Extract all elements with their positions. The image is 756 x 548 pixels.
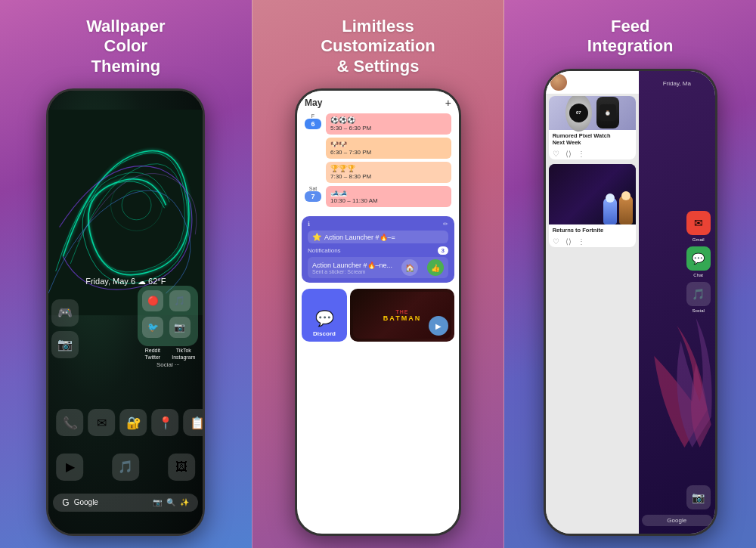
fortnite-article-actions: ♡ ⟨⟩ ⋮: [549, 236, 636, 247]
calendar-section: May + F 6 ⚽⚽⚽ 5:30 – 6:30 PM: [297, 91, 459, 213]
notif-reply-icon[interactable]: 👍: [427, 259, 444, 276]
cal-month: May: [305, 98, 322, 108]
google-label: Google: [74, 498, 149, 506]
panel-right: FeedIntegration 07: [504, 0, 756, 548]
phone-middle: May + F 6 ⚽⚽⚽ 5:30 – 6:30 PM: [295, 88, 461, 536]
social-app-icon[interactable]: 🎵: [686, 282, 711, 306]
left-side-apps: 🎮 📷: [51, 299, 79, 358]
share-icon[interactable]: ⟨⟩: [565, 150, 572, 158]
chat-app-icon[interactable]: 💬: [686, 246, 711, 271]
app-spotify[interactable]: 🎵: [112, 454, 139, 481]
notif-edit-icon: ✏: [443, 221, 448, 228]
home-indicator-middle: [359, 348, 397, 350]
like-icon[interactable]: ♡: [553, 150, 559, 158]
discord-card[interactable]: 💬 Discord: [302, 289, 347, 342]
cal-event-time-4: 10:30 – 11:30 AM: [330, 197, 447, 204]
cal-event-emoji-1: ⚽⚽⚽: [330, 116, 447, 124]
watch-1: 07: [565, 96, 592, 132]
notif-app-name: Action Launcher #🔥–=: [324, 234, 395, 241]
share-icon-2[interactable]: ⟨⟩: [565, 237, 572, 246]
gmail-label: Gmail: [692, 237, 705, 242]
feed-avatar: [550, 74, 567, 91]
fortnite-article-img: [549, 164, 636, 224]
right-screen: 07 ⌚ Rumored Pixel WatchNext Week ♡ ⟨⟩ ⋮: [546, 71, 715, 534]
fortnite-article-text: Returns to Fortnite: [549, 224, 636, 236]
more-icon-2[interactable]: ⋮: [578, 237, 585, 246]
batman-text: THE BATMAN: [383, 309, 421, 322]
app-label-tiktok: TikTok: [169, 348, 198, 353]
app-phone[interactable]: 📞: [57, 409, 84, 436]
search-icon[interactable]: 🔍: [166, 498, 175, 506]
cal-event-1: F 6 ⚽⚽⚽ 5:30 – 6:30 PM: [305, 113, 451, 135]
app-label-reddit: Reddit: [138, 348, 167, 353]
right-feed-pane: 07 ⌚ Rumored Pixel WatchNext Week ♡ ⟨⟩ ⋮: [546, 71, 639, 534]
cal-event-card-3[interactable]: 🏆🏆🏆 7:30 – 8:30 PM: [326, 162, 451, 183]
watch-2: ⌚: [596, 97, 619, 128]
camera-icon[interactable]: 📷: [153, 498, 162, 506]
batman-play-button[interactable]: ▶: [429, 316, 448, 336]
google-search-bar[interactable]: G Google 📷 🔍 ✨: [53, 494, 198, 512]
app-label-instagram: Instagram: [169, 354, 198, 360]
app-lock[interactable]: 🔐: [120, 409, 147, 436]
app-folder-social[interactable]: 🔴 🎵 🐦 📷 Reddit TikTok Twitter Instagram …: [138, 286, 198, 368]
like-icon-2[interactable]: ♡: [553, 237, 559, 246]
avatar-img: [550, 74, 567, 91]
notif-home-icon[interactable]: 🏠: [401, 259, 418, 276]
cal-event-emoji-4: 🎿🎿: [330, 189, 447, 197]
feed-article-watch[interactable]: 07 ⌚ Rumored Pixel WatchNext Week ♡ ⟨⟩ ⋮: [549, 96, 636, 159]
notif-header: ℹ ✏: [308, 221, 448, 228]
cal-event-2: 🐶🐶 6:30 – 7:30 PM: [305, 138, 451, 159]
cal-add-button[interactable]: +: [445, 97, 451, 109]
panel-right-title: FeedIntegration: [587, 17, 674, 57]
cal-event-card-4[interactable]: 🎿🎿 10:30 – 11:30 AM: [326, 186, 451, 207]
notif-sub-message: Sent a sticker: Scream: [312, 269, 392, 274]
app-mail[interactable]: ✉: [88, 409, 116, 436]
folder-icon-reddit: 🔴: [142, 290, 163, 311]
char-head-2: [621, 191, 631, 200]
panel-left: WallpaperColorTheming: [0, 0, 252, 548]
gmail-icon-col: ✉ Gmail: [685, 209, 712, 242]
app-maps[interactable]: 📍: [152, 409, 179, 436]
char-2: [619, 196, 633, 224]
gmail-app-icon[interactable]: ✉: [686, 211, 711, 235]
watch-article-actions: ♡ ⟨⟩ ⋮: [549, 148, 636, 159]
right-wallpaper-pane: Friday, Ma ✉ Gmail 💬 Chat 🎵 Social: [639, 71, 715, 534]
cal-date-badge-sat: Sat 7: [305, 186, 321, 202]
discord-label: Discord: [313, 330, 336, 337]
app-icon-camera[interactable]: 📷: [51, 331, 79, 358]
char-1: [603, 198, 617, 224]
notif-app-row: ⭐ Action Launcher #🔥–=: [308, 231, 448, 243]
cal-event-card-1[interactable]: ⚽⚽⚽ 5:30 – 6:30 PM: [326, 113, 451, 135]
mic-icon[interactable]: ✨: [180, 498, 189, 506]
folder-icon-twitter: 🐦: [142, 317, 163, 338]
cal-event-time-2: 6:30 – 7:30 PM: [330, 149, 447, 156]
right-google-bar[interactable]: Google: [642, 515, 712, 526]
panel-middle-title: LimitlessCustomization& Settings: [321, 17, 435, 76]
app-gallery[interactable]: 🖼: [168, 454, 195, 481]
notif-row: Notifications 3: [308, 246, 448, 255]
more-icon[interactable]: ⋮: [578, 150, 585, 158]
discord-icon: 💬: [315, 309, 334, 327]
app-icon-game[interactable]: 🎮: [51, 299, 79, 327]
char-head-1: [606, 194, 615, 203]
phone-right: 07 ⌚ Rumored Pixel WatchNext Week ♡ ⟨⟩ ⋮: [544, 69, 717, 536]
bottom-app-row: 📞 ✉ 🔐 📍 📋: [57, 409, 196, 436]
fortnite-characters: [603, 196, 633, 224]
middle-screen: May + F 6 ⚽⚽⚽ 5:30 – 6:30 PM: [297, 91, 459, 534]
camera-app-icon[interactable]: 📷: [686, 485, 711, 509]
feed-article-fortnite[interactable]: Returns to Fortnite ♡ ⟨⟩ ⋮: [549, 164, 636, 247]
cal-event-4: Sat 7 🎿🎿 10:30 – 11:30 AM: [305, 186, 451, 207]
chat-icon-col: 💬 Chat: [685, 245, 712, 277]
app-clipboard[interactable]: 📋: [184, 409, 203, 436]
batman-card[interactable]: THE BATMAN ▶: [350, 289, 454, 342]
cal-event-time-3: 7:30 – 8:30 PM: [330, 173, 447, 180]
cal-event-card-2[interactable]: 🐶🐶 6:30 – 7:30 PM: [326, 138, 451, 159]
notif-message: Action Launcher #🔥–ne...: [312, 262, 392, 269]
notif-label: Notifications: [308, 247, 341, 254]
cal-event-time-1: 5:30 – 6:30 PM: [330, 125, 447, 132]
right-date: Friday, Ma: [663, 80, 691, 87]
cal-header: May +: [305, 97, 451, 109]
app-youtube[interactable]: ▶: [57, 454, 84, 481]
media-app-row: ▶ 🎵 🖼: [57, 454, 196, 481]
notif-sub-row: Action Launcher #🔥–ne... Sent a sticker:…: [308, 257, 448, 278]
